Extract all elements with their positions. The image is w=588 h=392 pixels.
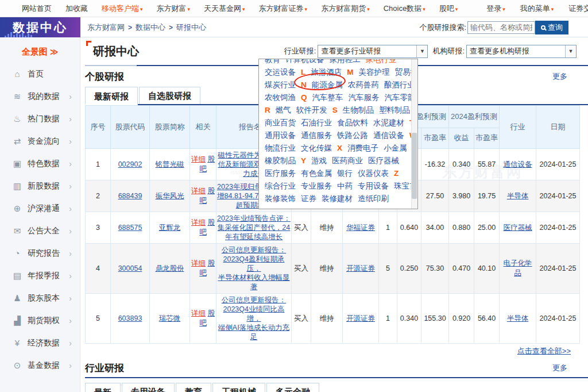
breadcrumb-data-center[interactable]: 数据中心: [136, 22, 165, 33]
stock-name-link[interactable]: 鼎龙股份: [156, 264, 184, 272]
nav-login[interactable]: 登录▾: [486, 3, 505, 14]
industry-link[interactable]: 医疗器械: [504, 224, 532, 232]
industry-option[interactable]: 家电行业: [366, 59, 397, 64]
nav-ttjj[interactable]: 天天基金网▾: [204, 3, 245, 14]
industry-link[interactable]: 半导体: [507, 192, 529, 200]
industry-report-more-link[interactable]: 更多: [552, 363, 567, 373]
industry-option[interactable]: 铁路公路: [337, 131, 368, 140]
stock-report-more-link[interactable]: 更多: [552, 71, 567, 82]
industry-option[interactable]: 证券: [301, 194, 316, 203]
industry-option[interactable]: 装修装饰: [265, 194, 296, 203]
industry-option[interactable]: 商业百货: [265, 118, 296, 127]
detail-link[interactable]: 详细: [191, 309, 206, 317]
tab-watchlist-reports[interactable]: 自选股研报: [139, 87, 200, 104]
stock-report-search-input[interactable]: [467, 21, 535, 34]
industry-option[interactable]: 银行: [337, 169, 353, 178]
industry-option[interactable]: 农牧饲渔: [265, 93, 296, 102]
sidebar-item-fund-data[interactable]: ⊙基金数据›: [0, 354, 80, 376]
report-title-link[interactable]: 公司信息更新报告： 2023Q4盈利短期承压， 半导体材料收入增幅显 著: [218, 246, 290, 291]
industry-option[interactable]: 石油行业: [301, 118, 332, 127]
org-link[interactable]: 开源证券: [346, 314, 375, 322]
nav-em-futures[interactable]: 东方财富期货▾: [321, 3, 370, 14]
stock-name-link[interactable]: 亚辉龙: [159, 224, 181, 232]
sidebar-overview-link[interactable]: 全景图≫: [0, 41, 80, 63]
sidebar-item-home[interactable]: ⌂首页: [0, 63, 80, 85]
industry-option[interactable]: 教育: [265, 59, 280, 64]
data-center-logo[interactable]: 数据中心: [0, 17, 80, 37]
industry-option[interactable]: 食品饮料: [337, 118, 368, 127]
nav-guba[interactable]: 股吧▾: [439, 3, 458, 14]
industry-option[interactable]: 医药商业: [332, 156, 363, 165]
industry-option[interactable]: 燃气: [276, 106, 291, 114]
stock-code-link[interactable]: 002902: [118, 160, 142, 168]
sidebar-item-futures-options[interactable]: ▟期货期权›: [0, 309, 80, 332]
stock-code-link[interactable]: 300054: [118, 264, 142, 272]
industry-option[interactable]: 通信服务: [301, 131, 332, 140]
industry-option-energy-metals[interactable]: 能源金属: [312, 80, 343, 89]
tab-latest-reports[interactable]: 最新研报: [85, 87, 138, 105]
breadcrumb-home[interactable]: 东方财富网: [87, 22, 125, 33]
search-button[interactable]: 查询: [535, 21, 568, 34]
sidebar-item-hot-data[interactable]: ♨热门数据›: [0, 107, 80, 130]
stock-code-link[interactable]: 603893: [118, 314, 142, 322]
industry-option[interactable]: 专用设备: [358, 182, 389, 190]
industry-option[interactable]: 装修建材: [322, 194, 353, 203]
stock-code-link[interactable]: 688575: [118, 224, 142, 232]
nav-em-securities[interactable]: 东方财富证券▾: [259, 3, 308, 14]
industry-option[interactable]: 汽车整车: [312, 93, 343, 102]
industry-option[interactable]: 汽车服务: [349, 93, 380, 102]
tab-engineering-machinery[interactable]: 工程机械: [212, 383, 265, 392]
nav-site-home[interactable]: 网站首页: [22, 3, 52, 14]
industry-option[interactable]: 家用轻工: [330, 59, 361, 64]
industry-option[interactable]: 物流行业: [265, 144, 296, 152]
tab-education[interactable]: 教育: [176, 383, 211, 392]
detail-link[interactable]: 详细: [191, 187, 206, 195]
org-link[interactable]: 华福证券: [346, 224, 375, 232]
org-link[interactable]: 开源证券: [346, 264, 375, 272]
nav-my-menu[interactable]: 我的菜单▾: [520, 3, 554, 14]
industry-option[interactable]: 煤炭行业: [265, 80, 296, 89]
industry-option[interactable]: 有色金属: [301, 169, 332, 178]
industry-option[interactable]: 综合行业: [265, 182, 296, 190]
sidebar-item-featured-data[interactable]: ▣特色数据›: [0, 152, 80, 175]
industry-option[interactable]: 文化传媒: [301, 144, 332, 152]
sidebar-item-fund-flow[interactable]: ⇄资金流向›: [0, 130, 80, 152]
industry-option[interactable]: 专业服务: [301, 182, 332, 190]
sidebar-item-new-stock[interactable]: ▥新股数据›: [0, 175, 80, 197]
industry-option[interactable]: 游戏: [311, 156, 327, 165]
sidebar-item-research-reports[interactable]: ◔研究报告›: [0, 242, 80, 264]
industry-report-select[interactable]: 查看更多行业研报▼: [318, 45, 428, 58]
sidebar-item-my-data[interactable]: ≋我的数据›: [0, 85, 80, 107]
view-all-link[interactable]: 点击查看全部>>: [517, 346, 571, 356]
industry-option[interactable]: 造纸印刷: [358, 194, 389, 203]
industry-link[interactable]: 半导体: [507, 314, 529, 322]
industry-option[interactable]: 通信设备: [373, 131, 404, 140]
nav-mobile-client[interactable]: 移动客户端▾: [102, 3, 143, 14]
industry-option[interactable]: 仪器仪表: [358, 169, 389, 178]
industry-option[interactable]: 酿酒行业: [384, 80, 415, 89]
industry-option[interactable]: 计算机设备: [285, 59, 324, 64]
stock-name-link[interactable]: 铭普光磁: [156, 160, 184, 168]
tab-special-equipment[interactable]: 专用设备: [122, 383, 175, 392]
industry-option[interactable]: 橡胶制品: [265, 156, 296, 165]
industry-option[interactable]: 交运设备: [265, 68, 296, 76]
scrollbar-thumb[interactable]: [412, 133, 417, 199]
stock-code-link[interactable]: 688439: [118, 192, 142, 200]
stock-name-link[interactable]: 振华风光: [156, 192, 184, 200]
detail-link[interactable]: 详细: [191, 155, 206, 163]
nav-add-favorite[interactable]: 加收藏: [65, 3, 88, 14]
nav-securities-trade[interactable]: 证券交易▾: [568, 3, 588, 14]
org-report-select[interactable]: 查看更多机构研报▼: [466, 45, 577, 58]
detail-link[interactable]: 详细: [191, 218, 206, 226]
industry-option[interactable]: 美容护理: [359, 68, 390, 76]
industry-option[interactable]: 中药: [337, 182, 353, 190]
report-title-link[interactable]: 2023年业绩预告点评： 集采催化国产替代，24 年有望延续高增长: [217, 214, 291, 241]
sidebar-item-annual-reports[interactable]: ▤年报季报›: [0, 264, 80, 287]
industry-option[interactable]: 生物制品: [343, 106, 374, 114]
industry-link[interactable]: 电子化学品: [504, 259, 532, 277]
detail-link[interactable]: 详细: [191, 259, 206, 267]
industry-option[interactable]: 旅游酒店: [311, 68, 342, 76]
sidebar-item-announcements[interactable]: ✉公告大全›: [0, 220, 80, 242]
industry-option[interactable]: 小金属: [384, 144, 407, 152]
nav-choice-data[interactable]: Choice数据▾: [384, 3, 425, 14]
